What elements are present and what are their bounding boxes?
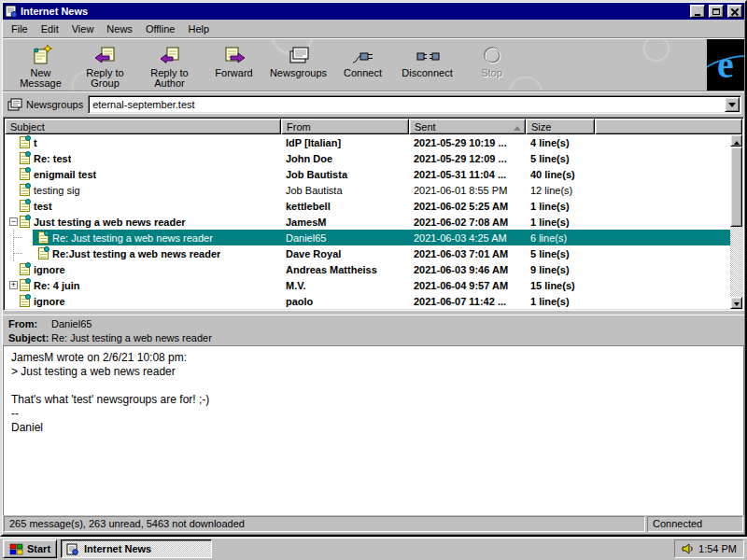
preview-header: From: Daniel65 Subject: Re: Just testing… bbox=[3, 315, 744, 345]
message-icon bbox=[20, 295, 30, 307]
tree-line bbox=[7, 230, 26, 245]
body-line bbox=[11, 379, 736, 393]
message-icon bbox=[38, 247, 49, 259]
message-row[interactable]: ignore Andreas Mattheiss 2021-06-03 9:46… bbox=[5, 261, 730, 277]
newsgroups-toolbar-icon bbox=[287, 44, 311, 66]
scroll-up-button[interactable] bbox=[730, 134, 742, 147]
newsgroups-button[interactable]: Newsgroups bbox=[266, 41, 331, 90]
close-button[interactable] bbox=[727, 5, 742, 18]
message-row[interactable]: testing sig Job Bautista 2021-06-01 8:55… bbox=[5, 182, 730, 198]
column-header-from[interactable]: From bbox=[281, 119, 409, 134]
body-line: That's what 'test' newsgroups are for! ;… bbox=[11, 393, 736, 407]
menu-file[interactable]: File bbox=[5, 21, 35, 36]
connect-icon bbox=[351, 44, 375, 66]
close-icon bbox=[731, 8, 739, 15]
message-list: Subject From Sent Size t IdP [Italian] 2… bbox=[3, 117, 744, 311]
message-row[interactable]: Re:Just testing a web news reader Dave R… bbox=[5, 245, 730, 261]
status-message: 265 message(s), 263 unread, 5463 not dow… bbox=[4, 516, 645, 532]
new-message-icon bbox=[29, 44, 53, 66]
new-message-label: New Message bbox=[8, 68, 73, 89]
column-header-subject[interactable]: Subject bbox=[5, 119, 281, 134]
chevron-down-icon bbox=[728, 103, 736, 111]
body-line: Daniel bbox=[11, 421, 736, 435]
message-row[interactable]: t IdP [Italian] 2021-05-29 10:19 ... 4 l… bbox=[5, 134, 730, 150]
reply-to-author-label: Reply to Author bbox=[137, 68, 202, 89]
clock: 1:54 PM bbox=[698, 543, 737, 554]
start-label: Start bbox=[27, 543, 50, 554]
menu-help[interactable]: Help bbox=[181, 21, 216, 36]
start-button[interactable]: Start bbox=[3, 539, 57, 558]
list-header: Subject From Sent Size bbox=[5, 119, 742, 134]
newsgroup-combobox[interactable] bbox=[88, 95, 741, 114]
newsgroups-toolbar-label: Newsgroups bbox=[270, 68, 327, 78]
reply-to-group-icon bbox=[93, 44, 118, 66]
preview-from-label: From: bbox=[8, 317, 51, 331]
forward-button[interactable]: Forward bbox=[202, 41, 266, 90]
newsgroups-bar: Newsgroups bbox=[3, 92, 744, 117]
message-row[interactable]: Just testing a web news reader JamesM 20… bbox=[5, 214, 730, 230]
body-line: JamesM wrote on 2/6/21 10:08 pm: bbox=[11, 351, 736, 365]
newsgroups-bar-icon bbox=[7, 98, 22, 112]
newsgroup-input[interactable] bbox=[89, 99, 725, 110]
menu-news[interactable]: News bbox=[100, 21, 139, 36]
preview-subject-value: Re: Just testing a web news reader bbox=[51, 331, 212, 345]
task-icon bbox=[66, 543, 79, 555]
message-icon bbox=[20, 263, 30, 275]
reply-to-group-button[interactable]: Reply to Group bbox=[73, 41, 137, 90]
internet-explorer-logo: e bbox=[707, 39, 744, 91]
vertical-scrollbar[interactable] bbox=[730, 134, 742, 309]
reply-to-group-label: Reply to Group bbox=[73, 68, 137, 89]
scrollbar-thumb[interactable] bbox=[730, 147, 742, 227]
message-icon bbox=[20, 279, 30, 291]
stop-button[interactable]: Stop bbox=[459, 41, 524, 90]
maximize-button[interactable] bbox=[709, 5, 724, 18]
message-row[interactable]: ignore paolo 2021-06-07 11:42 ... 1 line… bbox=[5, 293, 730, 309]
connect-button[interactable]: Connect bbox=[331, 41, 395, 90]
message-icon bbox=[20, 184, 30, 196]
disconnect-icon bbox=[416, 44, 440, 66]
body-line: -- bbox=[11, 407, 736, 421]
message-row[interactable]: test kettlebell 2021-06-02 5:25 AM 1 lin… bbox=[5, 198, 730, 214]
disconnect-label: Disconnect bbox=[402, 68, 452, 78]
stop-icon bbox=[480, 44, 504, 66]
windows-logo-icon bbox=[9, 543, 23, 555]
new-message-button[interactable]: New Message bbox=[8, 41, 73, 90]
window-title: Internet News bbox=[21, 6, 686, 17]
message-rows: t IdP [Italian] 2021-05-29 10:19 ... 4 l… bbox=[5, 134, 730, 309]
expand-toggle[interactable] bbox=[7, 281, 20, 289]
column-header-size[interactable]: Size bbox=[526, 119, 595, 134]
disconnect-button[interactable]: Disconnect bbox=[395, 41, 459, 90]
collapse-toggle[interactable] bbox=[7, 217, 20, 226]
collapse-icon bbox=[9, 217, 18, 226]
connect-label: Connect bbox=[344, 68, 382, 78]
taskbar: Start Internet News 1:54 PM bbox=[0, 537, 747, 560]
app-window: Internet News File Edit View News Offlin… bbox=[0, 0, 747, 537]
column-header-sent[interactable]: Sent bbox=[409, 119, 526, 134]
scroll-up-icon bbox=[734, 138, 740, 145]
message-row[interactable]: enigmail test Job Bautista 2021-05-31 11… bbox=[5, 166, 730, 182]
scroll-down-button[interactable] bbox=[730, 297, 742, 309]
stop-label: Stop bbox=[481, 68, 502, 78]
forward-label: Forward bbox=[215, 68, 252, 78]
maximize-icon bbox=[712, 8, 720, 15]
preview-body: JamesM wrote on 2/6/21 10:08 pm: > Just … bbox=[3, 345, 744, 515]
message-row-selected[interactable]: Re: Just testing a web news reader Danie… bbox=[5, 230, 730, 245]
menu-edit[interactable]: Edit bbox=[35, 21, 65, 36]
menu-bar: File Edit View News Offline Help bbox=[3, 20, 744, 37]
reply-to-author-button[interactable]: Reply to Author bbox=[137, 41, 202, 90]
sort-ascending-icon bbox=[514, 122, 521, 131]
app-icon[interactable] bbox=[5, 5, 18, 18]
volume-icon[interactable] bbox=[682, 543, 694, 554]
minimize-button[interactable] bbox=[690, 5, 705, 18]
combo-dropdown-button[interactable] bbox=[725, 97, 740, 112]
message-row[interactable]: Re: test John Doe 2021-05-29 12:09 ... 5… bbox=[5, 150, 730, 166]
message-row[interactable]: Re: 4 juin M.V. 2021-06-04 9:57 AM 15 li… bbox=[5, 277, 730, 293]
ie-letter: e bbox=[717, 47, 734, 84]
menu-offline[interactable]: Offline bbox=[139, 21, 182, 36]
scroll-down-icon bbox=[734, 302, 740, 309]
forward-icon bbox=[222, 44, 247, 66]
taskbar-task-internet-news[interactable]: Internet News bbox=[61, 539, 212, 558]
message-icon bbox=[20, 136, 30, 148]
menu-view[interactable]: View bbox=[65, 21, 101, 36]
toolbar: New Message Reply to Group Reply to Auth… bbox=[3, 39, 744, 91]
